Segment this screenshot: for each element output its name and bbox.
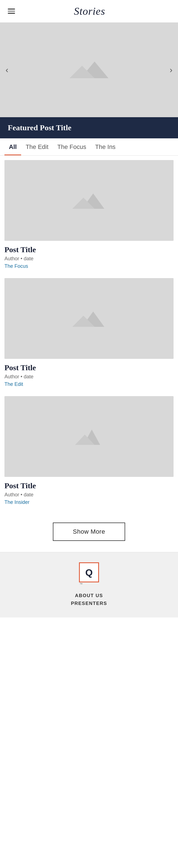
app-header: Stories <box>0 0 178 23</box>
carousel-next-button[interactable]: › <box>165 62 177 78</box>
posts-list: Post Title Author • date The Focus Post … <box>0 156 178 505</box>
tab-the-edit[interactable]: The Edit <box>21 138 53 155</box>
post-image[interactable] <box>4 396 174 477</box>
post-meta: Author • date <box>4 256 174 262</box>
footer-logo-wrapper: Q ™ <box>79 562 99 593</box>
post-card: Post Title Author • date The Focus <box>4 160 174 269</box>
footer-about-us[interactable]: ABOUT US <box>75 593 103 598</box>
post-category[interactable]: The Edit <box>4 381 174 387</box>
post-card: Post Title Author • date The Edit <box>4 278 174 387</box>
chevron-right-icon: › <box>170 65 172 74</box>
placeholder-image-icon <box>68 187 110 214</box>
featured-title-bar: Featured Post Title <box>0 117 178 138</box>
tab-all[interactable]: All <box>4 138 21 155</box>
placeholder-image-icon <box>64 53 114 87</box>
chevron-left-icon: ‹ <box>6 65 8 74</box>
show-more-button[interactable]: Show More <box>53 523 125 541</box>
post-category[interactable]: The Insider <box>4 499 174 505</box>
show-more-container: Show More <box>0 514 178 552</box>
footer-logo: Q <box>79 562 99 582</box>
tab-the-ins[interactable]: The Ins <box>91 138 120 155</box>
carousel-prev-button[interactable]: ‹ <box>1 62 13 78</box>
footer-logo-tm: ™ <box>79 582 82 586</box>
footer-nav: ABOUT US PRESENTERS <box>71 593 107 606</box>
footer-logo-letter: Q <box>85 567 93 578</box>
tab-the-focus[interactable]: The Focus <box>53 138 91 155</box>
footer-presenters[interactable]: PRESENTERS <box>71 601 107 606</box>
carousel-image <box>0 23 178 117</box>
page-footer: Q ™ ABOUT US PRESENTERS <box>0 552 178 617</box>
post-card: Post Title Author • date The Insider <box>4 396 174 505</box>
post-title[interactable]: Post Title <box>4 363 174 372</box>
app-title: Stories <box>16 5 163 17</box>
post-title[interactable]: Post Title <box>4 481 174 490</box>
placeholder-image-icon <box>68 305 110 332</box>
placeholder-image-icon <box>72 424 106 449</box>
category-tabs: All The Edit The Focus The Ins <box>0 138 178 156</box>
hamburger-menu-button[interactable] <box>7 7 16 15</box>
post-image[interactable] <box>4 278 174 359</box>
featured-post-title: Featured Post Title <box>8 123 170 132</box>
post-title[interactable]: Post Title <box>4 245 174 254</box>
featured-carousel: ‹ › <box>0 23 178 117</box>
post-meta: Author • date <box>4 374 174 380</box>
post-image[interactable] <box>4 160 174 241</box>
post-category[interactable]: The Focus <box>4 264 174 269</box>
post-meta: Author • date <box>4 492 174 498</box>
